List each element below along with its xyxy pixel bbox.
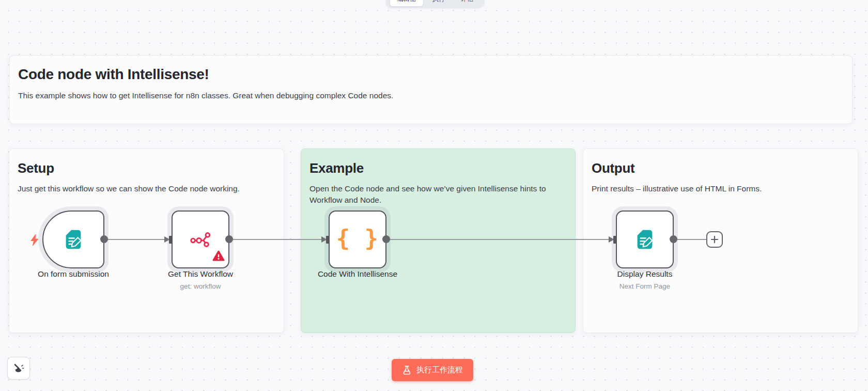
node-display-results[interactable] (616, 210, 674, 268)
code-braces-icon: { } (336, 225, 379, 251)
tidy-up-broom-icon (13, 363, 24, 374)
warning-icon (212, 250, 225, 264)
setup-description: Just get this workflow so we can show th… (18, 183, 275, 194)
input-port-display (613, 236, 616, 244)
output-port-display[interactable] (670, 235, 677, 243)
form-icon (633, 228, 657, 251)
node-label-code-with-intellisense: Code With Intellisense (296, 269, 420, 279)
tab-editor[interactable]: 编辑器 (390, 0, 424, 7)
node-label-on-form-submission: On form submission (22, 269, 125, 279)
tab-executions[interactable]: 执行 (426, 0, 452, 6)
node-label-get-this-workflow: Get This Workflow (149, 269, 252, 279)
example-description: Open the Code node and see how we’ve giv… (309, 183, 567, 205)
output-title: Output (592, 160, 849, 176)
node-subtitle-get-this-workflow: get: workflow (149, 282, 252, 290)
output-port-trigger[interactable] (100, 235, 108, 243)
output-port-getworkflow[interactable] (225, 235, 233, 243)
setup-title: Setup (18, 160, 275, 176)
node-label-display-results: Display Results (593, 269, 696, 279)
connection-trigger-to-getworkflow (106, 239, 165, 240)
node-code-with-intellisense[interactable]: { } (329, 210, 386, 268)
tidy-up-button[interactable] (7, 357, 30, 380)
example-title: Example (309, 160, 567, 176)
input-port-getworkflow (169, 236, 172, 244)
sticky-header-title: Code node with Intellisense! (18, 66, 844, 83)
execute-workflow-label: 执行工作流程 (416, 365, 463, 375)
form-icon (61, 228, 85, 251)
execute-workflow-button[interactable]: 执行工作流程 (392, 359, 473, 381)
connection-getworkflow-to-code (232, 239, 322, 240)
tab-evaluations[interactable]: 评估 (454, 0, 481, 6)
sticky-note-header[interactable]: Code node with Intellisense! This exampl… (9, 55, 853, 124)
trigger-bolt-icon (29, 234, 40, 248)
output-description: Print results – illustrative use of HTML… (592, 183, 849, 194)
node-on-form-submission[interactable] (42, 210, 104, 268)
n8n-node-icon (189, 228, 212, 251)
add-node-button[interactable] (706, 231, 723, 248)
sticky-header-description: This example shows how to get Intellisen… (18, 90, 793, 101)
connection-display-to-add (674, 239, 706, 240)
node-get-this-workflow[interactable] (172, 210, 229, 268)
plus-icon (710, 235, 719, 244)
node-subtitle-display-results: Next Form Page (593, 282, 696, 290)
output-port-code[interactable] (382, 235, 390, 243)
input-port-code (326, 236, 329, 244)
view-tabbar: 编辑器 执行 评估 (386, 0, 484, 8)
flask-icon (402, 365, 412, 375)
connection-code-to-display (387, 239, 609, 240)
